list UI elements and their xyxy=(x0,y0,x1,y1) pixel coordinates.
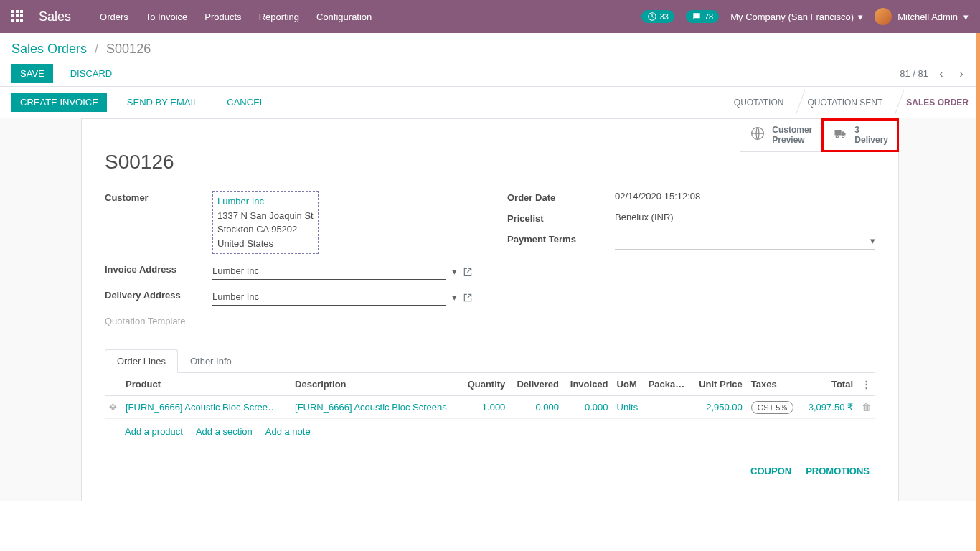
chevron-down-icon: ▾ xyxy=(870,235,875,246)
tabs: Order Lines Other Info xyxy=(105,349,875,373)
promotions-button[interactable]: Promotions xyxy=(806,466,870,476)
tab-order-lines[interactable]: Order Lines xyxy=(105,349,178,373)
footer-links: Coupon Promotions xyxy=(105,444,875,484)
pager-next[interactable]: › xyxy=(954,67,969,80)
nav-menu: Orders To Invoice Products Reporting Con… xyxy=(100,11,372,22)
tax-badge: GST 5% xyxy=(751,401,793,414)
external-link-icon[interactable] xyxy=(463,291,473,303)
customer-preview-button[interactable]: Customer Preview xyxy=(740,119,822,151)
add-note-link[interactable]: Add a note xyxy=(265,426,311,437)
customer-addr3: United States xyxy=(217,237,314,251)
nav-orders[interactable]: Orders xyxy=(100,11,128,22)
invoice-address-input[interactable] xyxy=(212,263,446,280)
coupon-button[interactable]: Coupon xyxy=(750,466,791,476)
stat-preview-l2: Preview xyxy=(772,135,812,145)
order-lines-table: Product Description Quantity Delivered I… xyxy=(105,373,875,419)
svg-point-3 xyxy=(842,135,844,137)
table-row[interactable]: ✥ [FURN_6666] Acoustic Bloc Scree… [FURN… xyxy=(105,396,875,419)
stat-delivery-label: Delivery xyxy=(854,135,888,145)
cell-total[interactable]: 3,097.50 ₹ xyxy=(801,396,857,419)
payment-terms-select[interactable]: ▾ xyxy=(615,232,875,250)
stat-buttons: Customer Preview 3 Delivery xyxy=(740,119,898,152)
breadcrumb-current: S00126 xyxy=(106,42,151,56)
main-navbar: Sales Orders To Invoice Products Reporti… xyxy=(0,0,980,33)
cell-product[interactable]: [FURN_6666] Acoustic Bloc Scree… xyxy=(121,396,291,419)
label-quotation-template: Quotation Template xyxy=(105,314,212,326)
customer-addr2: Stockton CA 95202 xyxy=(217,222,314,237)
tab-other-info[interactable]: Other Info xyxy=(178,349,244,373)
cell-delivered[interactable]: 0.000 xyxy=(509,396,563,419)
kebab-icon[interactable]: ⋮ xyxy=(862,379,871,390)
cell-uom[interactable]: Units xyxy=(613,396,644,419)
user-name: Mitchell Admin xyxy=(897,11,958,22)
form-sheet: Customer Preview 3 Delivery S00126 C xyxy=(81,118,899,501)
breadcrumb-sep: / xyxy=(95,42,98,56)
cell-invoiced[interactable]: 0.000 xyxy=(563,396,613,419)
avatar xyxy=(875,8,892,25)
breadcrumb-root[interactable]: Sales Orders xyxy=(11,42,87,56)
stage-quotation-sent[interactable]: Quotation Sent xyxy=(795,90,894,115)
cell-quantity[interactable]: 1.000 xyxy=(461,396,510,419)
company-switcher[interactable]: My Company (San Francisco) ▾ xyxy=(730,11,863,22)
discard-button[interactable]: Discard xyxy=(62,64,121,83)
add-links: Add a product Add a section Add a note xyxy=(105,419,875,444)
col-unit-price: Unit Price xyxy=(692,373,747,396)
truck-icon xyxy=(833,126,847,144)
cell-taxes[interactable]: GST 5% xyxy=(747,396,801,419)
right-edge-indicator xyxy=(976,33,980,501)
stage-quotation[interactable]: Quotation xyxy=(722,90,796,115)
external-link-icon[interactable] xyxy=(463,265,473,277)
messages-badge[interactable]: 78 xyxy=(686,10,719,23)
user-menu[interactable]: Mitchell Admin ▾ xyxy=(875,8,969,25)
pager-text: 81 / 81 xyxy=(900,68,928,79)
col-total: Total xyxy=(801,373,857,396)
chevron-down-icon[interactable]: ▾ xyxy=(452,292,457,303)
stat-preview-l1: Customer xyxy=(772,125,812,135)
nav-to-invoice[interactable]: To Invoice xyxy=(146,11,188,22)
cell-description[interactable]: [FURN_6666] Acoustic Bloc Screens xyxy=(291,396,461,419)
chevron-down-icon[interactable]: ▾ xyxy=(452,266,457,277)
nav-products[interactable]: Products xyxy=(204,11,241,22)
messages-count: 78 xyxy=(705,12,713,21)
control-bar: Sales Orders / S00126 Save Discard 81 / … xyxy=(0,33,980,86)
pager: 81 / 81 ‹ › xyxy=(900,67,969,80)
col-uom: UoM xyxy=(613,373,644,396)
delivery-button[interactable]: 3 Delivery xyxy=(822,119,898,151)
col-quantity: Quantity xyxy=(461,373,510,396)
customer-address-box[interactable]: Lumber Inc 1337 N San Joaquin St Stockto… xyxy=(212,191,319,254)
cell-unit-price[interactable]: 2,950.00 xyxy=(692,396,747,419)
drag-handle-icon[interactable]: ✥ xyxy=(109,402,117,413)
label-order-date: Order Date xyxy=(507,191,615,203)
globe-icon xyxy=(750,126,765,144)
save-button[interactable]: Save xyxy=(11,64,53,83)
cell-package[interactable] xyxy=(644,396,692,419)
send-email-button[interactable]: Send by Email xyxy=(118,93,207,112)
company-name: My Company (San Francisco) xyxy=(730,11,854,22)
trash-icon[interactable]: 🗑 xyxy=(862,402,871,413)
customer-addr1: 1337 N San Joaquin St xyxy=(217,209,314,223)
col-package: Packa… xyxy=(644,373,692,396)
create-invoice-button[interactable]: Create Invoice xyxy=(11,93,107,112)
cancel-button[interactable]: Cancel xyxy=(218,93,273,112)
apps-icon[interactable] xyxy=(11,10,24,23)
pager-prev[interactable]: ‹ xyxy=(934,67,948,80)
activity-badge[interactable]: 33 xyxy=(641,10,674,23)
stat-delivery-count: 3 xyxy=(854,125,888,135)
stage-sales-order[interactable]: Sales Order xyxy=(894,90,980,115)
app-brand[interactable]: Sales xyxy=(39,9,71,24)
col-taxes: Taxes xyxy=(747,373,801,396)
nav-configuration[interactable]: Configuration xyxy=(316,11,372,22)
col-description: Description xyxy=(291,373,461,396)
delivery-address-input[interactable] xyxy=(212,288,446,306)
customer-name[interactable]: Lumber Inc xyxy=(217,194,314,209)
label-pricelist: Pricelist xyxy=(507,212,615,224)
nav-reporting[interactable]: Reporting xyxy=(259,11,299,22)
order-date: 02/14/2020 15:12:08 xyxy=(615,191,875,202)
label-delivery-address: Delivery Address xyxy=(105,288,212,301)
add-section-link[interactable]: Add a section xyxy=(196,426,253,437)
col-product: Product xyxy=(121,373,291,396)
label-customer: Customer xyxy=(105,191,212,203)
activity-count: 33 xyxy=(660,12,669,21)
add-product-link[interactable]: Add a product xyxy=(125,426,183,437)
col-delivered: Delivered xyxy=(509,373,563,396)
